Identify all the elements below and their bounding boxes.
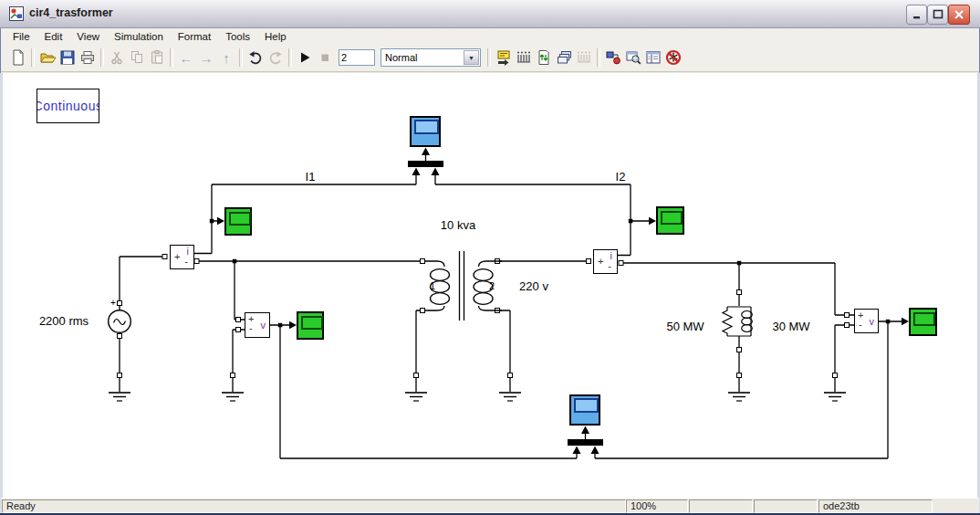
printer-icon <box>78 48 97 67</box>
parallel-rlc-load-block[interactable] <box>719 301 759 340</box>
display-block-v2[interactable] <box>909 308 937 336</box>
update-diagram-button[interactable] <box>494 47 514 68</box>
new-model-button[interactable] <box>8 47 28 68</box>
menu-item-help[interactable]: Help <box>258 30 293 43</box>
voltage-measurement-block-2[interactable]: + - v <box>854 309 879 333</box>
sim-mode-select[interactable]: Normal ▼ <box>381 48 481 67</box>
stop-icon <box>316 48 334 67</box>
forward-button[interactable]: → <box>196 47 216 68</box>
chevron-down-icon[interactable]: ▼ <box>464 50 479 65</box>
scope-screen <box>574 398 599 413</box>
load-power-label-right[interactable]: 30 MW <box>768 320 814 333</box>
display-block-v1[interactable] <box>297 311 324 340</box>
display-block-i1[interactable] <box>224 207 252 236</box>
current-measurement-block-2[interactable]: + i - <box>593 249 618 274</box>
maximize-button[interactable] <box>927 5 948 25</box>
save-button[interactable] <box>57 47 78 68</box>
powergui-block[interactable]: Continuous <box>36 89 99 123</box>
menu-item-view[interactable]: View <box>70 30 106 43</box>
toolbar: ← → ↑ Normal ▼ <box>1 44 979 72</box>
cut-button[interactable] <box>107 47 127 68</box>
find-in-model-button[interactable] <box>623 47 643 68</box>
undo-icon <box>246 48 265 67</box>
minus-terminal-label: - <box>184 257 188 266</box>
voltage-measurement-block-1[interactable]: + - v <box>245 312 270 338</box>
menu-item-tools[interactable]: Tools <box>219 30 256 43</box>
powergui-label: Continuous <box>36 99 99 113</box>
signal-label-i2[interactable]: I2 <box>610 170 631 184</box>
toolbar-separator <box>100 48 104 67</box>
menu-item-simulation[interactable]: Simulation <box>108 30 170 43</box>
print-button[interactable] <box>78 47 98 68</box>
barrier-button[interactable] <box>514 47 534 68</box>
library-stack-button[interactable] <box>554 47 574 68</box>
display-screen <box>301 316 323 330</box>
start-simulation-button[interactable] <box>295 47 315 68</box>
update-diagram-icon <box>495 48 513 67</box>
no-sign-button[interactable] <box>663 47 683 68</box>
stop-simulation-button[interactable] <box>315 47 335 68</box>
menu-item-edit[interactable]: Edit <box>38 30 69 43</box>
close-button[interactable] <box>948 5 970 25</box>
source-voltage-label[interactable]: 2200 rms <box>33 314 95 328</box>
transformer-rating-label[interactable]: 10 kva <box>434 218 482 232</box>
minimize-button[interactable] <box>906 5 927 25</box>
back-arrow-icon: ← <box>180 50 193 66</box>
load-power-label-left[interactable]: 50 MW <box>662 320 708 333</box>
mux-block-bottom[interactable] <box>568 439 603 446</box>
forward-arrow-icon: → <box>200 50 214 66</box>
paste-clipboard-icon <box>148 48 166 67</box>
scissors-icon <box>108 48 126 67</box>
current-measurement-block-1[interactable]: + i - <box>170 245 194 269</box>
barrier-disabled-button[interactable] <box>574 47 594 68</box>
barrier-disabled-icon <box>575 48 593 67</box>
scope-block-bottom[interactable] <box>569 394 600 426</box>
up-button[interactable]: ↑ <box>216 47 236 68</box>
find-magnifier-icon <box>624 48 642 67</box>
paste-button[interactable] <box>147 47 167 68</box>
rlc-load-icon <box>719 301 759 340</box>
toolbar-separator <box>597 48 600 67</box>
sim-time-input[interactable] <box>339 49 375 66</box>
status-message: Ready <box>2 499 626 513</box>
display-screen <box>913 312 935 326</box>
solver-name: ode23tb <box>818 499 933 513</box>
menu-item-format[interactable]: Format <box>172 30 217 43</box>
model-browser-button[interactable] <box>643 47 663 68</box>
library-browser-button[interactable] <box>603 47 623 68</box>
voltage-output-label: v <box>261 321 266 330</box>
display-block-i2[interactable] <box>656 206 684 235</box>
ac-voltage-source-block[interactable] <box>107 309 132 334</box>
display-screen <box>229 212 251 226</box>
menu-bar: File Edit View Simulation Format Tools H… <box>1 28 979 44</box>
scope-block-top[interactable] <box>410 116 441 147</box>
toolbar-separator <box>487 48 491 67</box>
open-button[interactable] <box>37 47 57 68</box>
winding-2-label: 2 <box>486 280 497 291</box>
secondary-voltage-label[interactable]: 220 v <box>512 279 556 293</box>
toolbar-separator <box>288 48 292 67</box>
toolbar-separator <box>239 48 243 67</box>
copy-button[interactable] <box>127 47 147 68</box>
redo-button[interactable] <box>266 47 286 68</box>
ac-source-icon <box>107 309 132 334</box>
current-output-label: i <box>187 247 189 256</box>
menu-item-file[interactable]: File <box>6 30 36 43</box>
barrier-icon <box>515 48 533 67</box>
plus-terminal-label: + <box>598 257 603 266</box>
back-button[interactable]: ← <box>176 47 196 68</box>
title-bar[interactable]: cir4_trasformer <box>0 0 980 28</box>
voltage-output-label: v <box>870 317 875 326</box>
signal-label-i1[interactable]: I1 <box>299 170 321 184</box>
window-left-border <box>0 73 3 513</box>
scope-screen <box>414 120 439 134</box>
mux-block-top[interactable] <box>408 161 443 167</box>
undo-button[interactable] <box>245 47 266 68</box>
copy-icon <box>128 48 146 67</box>
refresh-page-icon <box>535 48 553 67</box>
model-browser-icon <box>644 48 662 67</box>
refresh-model-button[interactable] <box>534 47 554 68</box>
sim-mode-value: Normal <box>381 52 417 63</box>
winding-1-label: 1 <box>427 280 438 291</box>
library-stack-icon <box>555 48 573 67</box>
